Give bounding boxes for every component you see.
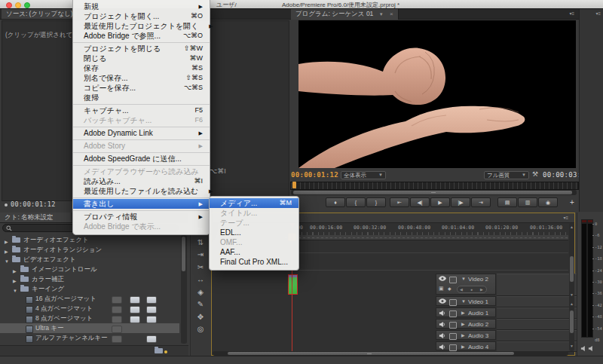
- track-twirl-icon[interactable]: ▼: [461, 275, 466, 283]
- program-scrubber[interactable]: [290, 182, 579, 190]
- set-display-style-icon[interactable]: ▣: [439, 284, 444, 293]
- menu-item-properties[interactable]: プロパティ情報▶: [73, 212, 210, 222]
- step-back-button[interactable]: ◀|: [410, 197, 430, 207]
- timeline-v-scrollbar-thumb[interactable]: [570, 256, 574, 282]
- lift-button[interactable]: ▤: [497, 197, 517, 207]
- program-playhead-marker[interactable]: [292, 182, 296, 188]
- menu-item-export[interactable]: 書き出し▶: [73, 199, 210, 209]
- new-bin-icon[interactable]: [155, 348, 163, 353]
- tree-item-16-point-garbage-matte[interactable]: 16 点ガベージマット: [0, 294, 179, 304]
- tree-item-4-point-garbage-matte[interactable]: 4 点ガベージマット: [0, 304, 179, 314]
- razor-tool[interactable]: ✂: [191, 262, 210, 273]
- extract-button[interactable]: ▥: [518, 197, 537, 207]
- scroll-down-icon[interactable]: ▼: [570, 344, 574, 348]
- tab-source[interactable]: ソース: (クリップなし): [2, 9, 78, 19]
- menu-item-save-as[interactable]: 別名で保存...⇧⌘S: [73, 73, 210, 83]
- close-tab-icon[interactable]: ×: [390, 11, 393, 17]
- tree-item-keying[interactable]: ▼キーイング: [0, 284, 179, 294]
- toggle-track-mute-icon[interactable]: [439, 321, 445, 329]
- tree-item-color-correction[interactable]: ▶カラー補正: [0, 274, 179, 284]
- speaker-icon[interactable]: [580, 345, 587, 352]
- play-button[interactable]: ▶: [430, 197, 450, 207]
- tree-item-video-effects[interactable]: ▼ビデオエフェクト: [0, 255, 179, 265]
- menu-item-revert[interactable]: 復帰: [73, 93, 210, 102]
- wrench-icon[interactable]: ⚒: [532, 170, 538, 178]
- menu-item-adobe-dynamic-link[interactable]: Adobe Dynamic Link▶: [73, 128, 210, 138]
- rate-stretch-tool[interactable]: ⇥: [191, 249, 210, 260]
- menu-item-batch-capture[interactable]: バッチキャプチャ...F6: [73, 115, 210, 125]
- sync-lock-icon[interactable]: [449, 299, 457, 306]
- menu-item-open-recent-project[interactable]: 最近使用したプロジェクトを開く▶: [73, 21, 210, 31]
- tree-item-8-point-garbage-matte[interactable]: 8 点ガベージマット: [0, 314, 179, 323]
- sync-lock-icon[interactable]: [449, 322, 457, 329]
- sync-lock-icon[interactable]: [449, 333, 457, 340]
- tree-item-alpha-channel-key[interactable]: アルファチャンネルキー: [0, 333, 179, 343]
- speaker-icon[interactable]: [588, 345, 595, 352]
- menu-item-capture[interactable]: キャプチャ...F5: [73, 106, 210, 115]
- fit-select[interactable]: 全体表示▼: [341, 171, 386, 179]
- prev-keyframe-icon[interactable]: ◀: [460, 287, 463, 292]
- tree-item-audio-effects[interactable]: ▶オーディオエフェクト: [0, 235, 179, 245]
- zoom-window-button[interactable]: [24, 2, 30, 8]
- menu-item-save-a-copy[interactable]: コピーを保存...⌥⌘S: [73, 83, 210, 93]
- timeline-v-scrollbar[interactable]: ▲ ▼ ▲ ▼: [569, 223, 574, 351]
- menu-item-import-recent-file[interactable]: 最近使用したファイルを読み込む▶: [73, 186, 210, 196]
- rolling-edit-tool[interactable]: ⇅: [191, 237, 210, 248]
- effects-scrollbar-thumb[interactable]: [182, 237, 185, 271]
- pen-tool[interactable]: ✎: [191, 299, 210, 310]
- toggle-track-output-icon[interactable]: [439, 298, 446, 305]
- export-frame-button[interactable]: ◉: [538, 197, 558, 207]
- submenu-item-aaf[interactable]: AAF...: [210, 247, 298, 257]
- menu-item-open-project[interactable]: プロジェクトを開く...⌘O: [73, 11, 210, 21]
- submenu-item-tape[interactable]: テープ...: [210, 218, 298, 228]
- track-twirl-icon[interactable]: ▶: [461, 343, 465, 351]
- tab-project[interactable]: クト: 名称未設定: [0, 213, 79, 222]
- tree-item-ultra-key[interactable]: Ultra キー: [0, 323, 179, 333]
- chevron-down-icon[interactable]: ▼: [379, 12, 384, 17]
- track-twirl-icon[interactable]: ▼: [461, 298, 466, 306]
- menu-item-save[interactable]: 保存⌘S: [73, 63, 210, 73]
- timeline-v-scrollbar-thumb[interactable]: [570, 310, 574, 333]
- effects-scrollbar[interactable]: [181, 235, 187, 344]
- timeline-ruler[interactable]: 0000:00:16:0000:00:32:0000:00:48:0000:01…: [285, 223, 568, 236]
- zoom-tool[interactable]: ◎: [191, 324, 210, 335]
- slip-tool[interactable]: ↔: [191, 274, 210, 285]
- tree-item-image-control[interactable]: ▶イメージコントロール: [0, 265, 179, 274]
- panel-menu-icon[interactable]: ▾≡: [563, 216, 568, 220]
- submenu-item-title[interactable]: タイトル...: [210, 208, 298, 218]
- program-scrollbar[interactable]: [291, 190, 577, 195]
- close-window-button[interactable]: [6, 2, 12, 8]
- sync-lock-icon[interactable]: [449, 344, 457, 351]
- quality-select[interactable]: フル画質▼: [484, 171, 529, 179]
- mark-in-button[interactable]: {: [346, 197, 366, 207]
- next-keyframe-icon[interactable]: ▶: [480, 287, 483, 292]
- show-keyframes-icon[interactable]: ◆: [448, 284, 451, 293]
- track-twirl-icon[interactable]: ▶: [461, 309, 465, 317]
- work-area-bar[interactable]: [285, 235, 568, 240]
- sync-lock-icon[interactable]: [449, 277, 457, 283]
- menu-item-send-to-adobe-speedgrade[interactable]: Adobe SpeedGrade に送信...: [73, 154, 210, 164]
- toggle-track-mute-icon[interactable]: [439, 310, 445, 318]
- step-forward-button[interactable]: |▶: [451, 197, 470, 207]
- panel-menu-icon[interactable]: ▾≡: [595, 11, 601, 16]
- hand-tool[interactable]: ✥: [191, 312, 210, 323]
- source-timecode[interactable]: 00:00:01:12: [11, 200, 56, 208]
- go-to-in-button[interactable]: ⇤: [390, 197, 409, 207]
- menu-item-adobe-story[interactable]: Adobe Story▶: [73, 141, 210, 151]
- sync-lock-icon[interactable]: [449, 310, 457, 317]
- submenu-item-omf[interactable]: OMF...: [210, 237, 298, 247]
- menu-item-close[interactable]: 閉じる⌘W: [73, 54, 210, 63]
- slide-tool[interactable]: ◈: [191, 287, 210, 298]
- menu-item-browse-in-adobe-bridge[interactable]: Adobe Bridge で参照...⌥⌘O: [73, 31, 210, 41]
- menu-item-import[interactable]: 読み込み...⌘I: [73, 176, 210, 186]
- menu-item-close-project[interactable]: プロジェクトを閉じる⇧⌘W: [73, 44, 210, 54]
- mark-out-button[interactable]: }: [366, 197, 386, 207]
- toggle-track-output-icon[interactable]: [439, 276, 446, 283]
- clip-video-2[interactable]: [288, 274, 298, 295]
- track-twirl-icon[interactable]: ▶: [461, 332, 465, 340]
- track-twirl-icon[interactable]: ▶: [461, 320, 465, 329]
- add-keyframe-icon[interactable]: ●: [470, 287, 473, 292]
- tab-program[interactable]: プログラム: シーケンス 01 ▼ ×: [291, 9, 399, 20]
- button-editor-button[interactable]: +: [570, 197, 574, 207]
- menu-item-import-from-media-browser[interactable]: メディアブラウザーから読み込み⌥⌘I: [73, 167, 210, 176]
